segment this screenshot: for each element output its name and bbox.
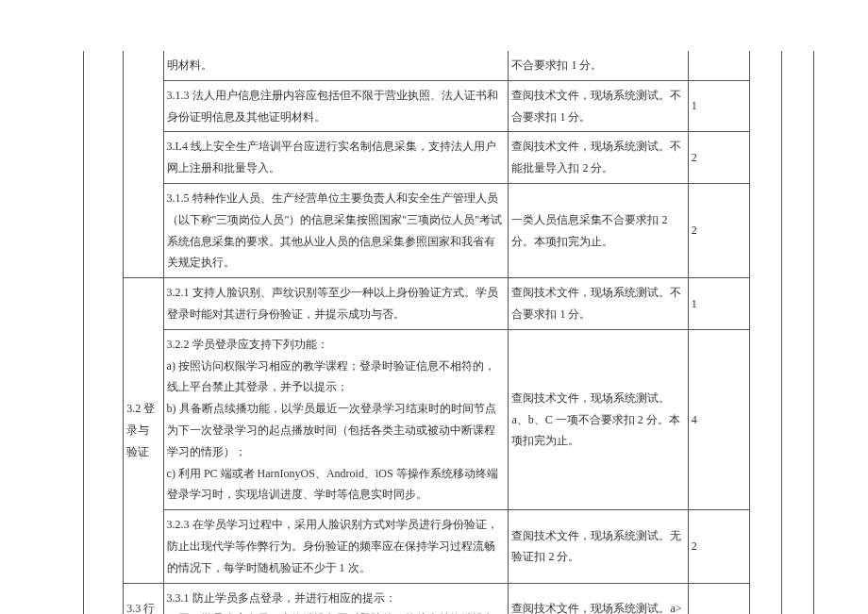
table-row: 明材料。不合要求扣 1 分。: [84, 51, 814, 80]
section-cell: 3.3 行为控制: [124, 583, 163, 614]
evaluation-table: 明材料。不合要求扣 1 分。3.1.3 法人用户信息注册内容应包括但不限于营业执…: [83, 51, 814, 614]
score-cell: 4: [688, 329, 750, 509]
score-cell: 1: [688, 80, 750, 132]
table-row: 3.3 行为控制3.3.1 防止学员多点登录，并进行相应的提示： a) 同一学员…: [84, 583, 814, 614]
requirement-text: 明材料。: [167, 58, 212, 72]
criteria-cell: 查阅技术文件，现场系统测试。无验证扣 2 分。: [509, 510, 688, 583]
blank-cell-g: [782, 51, 814, 614]
requirement-text: 3.1.3 法人用户信息注册内容应包括但不限于营业执照、法人证书和身份证明信息及…: [167, 89, 498, 124]
score-cell: 1: [688, 278, 750, 330]
criteria-text: 查阅技术文件，现场系统测试。不合要求扣 1 分。: [511, 89, 681, 124]
score-cell: [688, 51, 750, 80]
criteria-text: 查阅技术文件，现场系统测试。a>b、C 一项不合要求扣 2 分。本项扣完为止。: [511, 602, 681, 614]
requirement-text: 3.3.1 防止学员多点登录，并进行相应的提示： a) 同一学员账户在另一台终端…: [167, 591, 496, 614]
requirement-cell: 3.1.5 特种作业人员、生产经营单位主要负责人和安全生产管理人员（以下称"三项…: [163, 183, 509, 277]
section-label: 3.2 登录与验证: [126, 402, 155, 458]
requirement-text: 3.2.1 支持人脸识别、声纹识别等至少一种以上身份验证方式。学员登录时能对其进…: [167, 286, 498, 321]
criteria-text: 查阅技术文件，现场系统测试。无验证扣 2 分。: [511, 529, 681, 564]
criteria-cell: 查阅技术文件，现场系统测试。a>b、C 一项不合要求扣 2 分。本项扣完为止。: [509, 583, 688, 614]
requirement-cell: 3.2.2 学员登录应支持下列功能： a) 按照访问权限学习相应的教学课程；登录…: [163, 329, 509, 509]
requirement-cell: 3.2.1 支持人脸识别、声纹识别等至少一种以上身份验证方式。学员登录时能对其进…: [163, 278, 509, 330]
table-row: 3.2.3 在学员学习过程中，采用人脸识别方式对学员进行身份验证，防止出现代学等…: [84, 510, 814, 583]
score-value: 4: [692, 413, 697, 426]
score-value: 2: [692, 224, 697, 237]
score-value: 1: [692, 99, 697, 112]
score-value: 2: [692, 539, 697, 553]
score-cell: 2: [688, 510, 750, 583]
requirement-text: 3.1.5 特种作业人员、生产经营单位主要负责人和安全生产管理人员（以下称"三项…: [167, 191, 503, 269]
table-row: 3.2 登录与验证3.2.1 支持人脸识别、声纹识别等至少一种以上身份验证方式。…: [84, 278, 814, 330]
criteria-text: 查阅技术文件，现场系统测试。a、b、C 一项不合要求扣 2 分。本项扣完为止。: [511, 391, 679, 448]
table-row: 3.2.2 学员登录应支持下列功能： a) 按照访问权限学习相应的教学课程；登录…: [84, 329, 814, 509]
section-cell: 3.2 登录与验证: [124, 278, 163, 583]
table-row: 3.L4 线上安全生产培训平台应进行实名制信息采集，支持法人用户网上注册和批量导…: [84, 132, 814, 184]
score-cell: 2: [688, 183, 750, 277]
requirement-cell: 3.3.1 防止学员多点登录，并进行相应的提示： a) 同一学员账户在另一台终端…: [163, 583, 509, 614]
score-value: 1: [692, 297, 697, 310]
criteria-cell: 查阅技术文件，现场系统测试。不合要求扣 1 分。: [509, 278, 688, 330]
criteria-text: 查阅技术文件，现场系统测试。不能批量导入扣 2 分。: [511, 140, 681, 174]
score-cell: 4: [688, 583, 750, 614]
category-cell: [84, 51, 124, 614]
blank-cell-f: [750, 51, 782, 614]
criteria-text: 查阅技术文件，现场系统测试。不合要求扣 1 分。: [511, 286, 681, 321]
requirement-cell: 明材料。: [163, 51, 509, 80]
criteria-cell: 不合要求扣 1 分。: [509, 51, 688, 80]
score-cell: 2: [688, 132, 750, 184]
table-row: 3.1.3 法人用户信息注册内容应包括但不限于营业执照、法人证书和身份证明信息及…: [84, 80, 814, 132]
score-value: 2: [692, 151, 697, 164]
table-row: 3.1.5 特种作业人员、生产经营单位主要负责人和安全生产管理人员（以下称"三项…: [84, 183, 814, 277]
criteria-text: 一类人员信息采集不合要求扣 2 分。本项扣完为止。: [511, 213, 667, 248]
section-cell: [124, 51, 163, 278]
criteria-cell: 查阅技术文件，现场系统测试。不能批量导入扣 2 分。: [509, 132, 688, 184]
section-label: 3.3 行为控制: [126, 602, 155, 614]
criteria-text: 不合要求扣 1 分。: [511, 58, 602, 72]
requirement-cell: 3.L4 线上安全生产培训平台应进行实名制信息采集，支持法人用户网上注册和批量导…: [163, 132, 509, 184]
requirement-text: 3.2.2 学员登录应支持下列功能： a) 按照访问权限学习相应的教学课程；登录…: [167, 338, 498, 502]
requirement-text: 3.L4 线上安全生产培训平台应进行实名制信息采集，支持法人用户网上注册和批量导…: [167, 140, 496, 174]
criteria-cell: 查阅技术文件，现场系统测试。a、b、C 一项不合要求扣 2 分。本项扣完为止。: [509, 329, 688, 509]
requirement-cell: 3.1.3 法人用户信息注册内容应包括但不限于营业执照、法人证书和身份证明信息及…: [163, 80, 509, 132]
requirement-text: 3.2.3 在学员学习过程中，采用人脸识别方式对学员进行身份验证，防止出现代学等…: [167, 518, 498, 574]
criteria-cell: 一类人员信息采集不合要求扣 2 分。本项扣完为止。: [509, 183, 688, 277]
criteria-cell: 查阅技术文件，现场系统测试。不合要求扣 1 分。: [509, 80, 688, 132]
requirement-cell: 3.2.3 在学员学习过程中，采用人脸识别方式对学员进行身份验证，防止出现代学等…: [163, 510, 509, 583]
